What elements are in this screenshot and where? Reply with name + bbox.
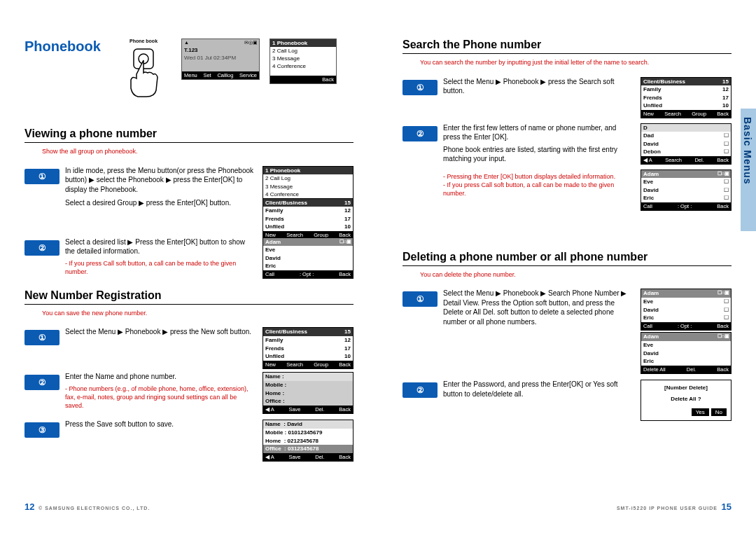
top-figures: Phone book ▲✉ ◎ ▣ T.123 Wed 01 Jul 02:34… — [115, 39, 337, 102]
step-badge-1: ① — [24, 169, 59, 184]
view-ss1b: Client/Business15 Family12 Frends17 Unfi… — [262, 198, 354, 240]
reg-ss2: Name : Mobile : Home : Office : ◀ ASaveD… — [262, 372, 354, 413]
view-step-2: ② Select a desired list ▶ Press the Ente… — [24, 237, 354, 279]
search-ss1: Client/Business15 Family12 Frends17 Unfi… — [640, 77, 732, 118]
del-ss1: Adam☐ ⌂ ▣ Eve☐ David☐ Eric☐ Call: Opt :B… — [640, 289, 732, 330]
no-button: No — [711, 408, 727, 417]
page-number-right: SMT-i5220 IP PHONE USER GUIDE 15 — [617, 501, 732, 512]
page-left: Phonebook Phone book ▲✉ ◎ ▣ T.123 Wed 01… — [0, 0, 378, 533]
search-step-2: ② Enter the first few letters of name or… — [402, 123, 732, 209]
search-ss2: D Dad☐ David☐ Debon☐ ◀ ASearchDel.Back — [640, 123, 732, 165]
hand-icon: Phone book — [115, 39, 172, 102]
del-step-1: ① Select the Menu ▶ Phonebook ▶ Search P… — [402, 289, 732, 375]
reg-step-2: ② Enter the Name and phone number. - Pho… — [24, 372, 354, 415]
reg-step-1: ① Select the Menu ▶ Phonebook ▶ press th… — [24, 327, 354, 368]
reg-heading: New Number Registration — [24, 289, 354, 305]
reg-ss1: Client/Business15 Family12 Frends17 Unfi… — [262, 327, 354, 368]
viewing-subtext: Show the all group on phonebook. — [24, 146, 354, 162]
page-number-left: 12 © SAMSUNG ELECTRONICS CO., LTD. — [24, 501, 150, 512]
search-ss3: Adam☐ ⌂ ▣ Eve☐ David☐ Eric☐ Call: Opt :B… — [640, 169, 732, 211]
view-ss1: 1 Phonebook 2 Call Log 3 Message 4 Confe… — [262, 166, 354, 200]
step-badge-2: ② — [24, 240, 59, 256]
idle-screen-figure: ▲✉ ◎ ▣ T.123 Wed 01 Jul 02:34PM MenuSetC… — [181, 39, 260, 80]
del-subtext: You can delete the phone number. — [402, 269, 732, 285]
reg-ss3: Name : David Mobile : 01012345679 Home :… — [262, 420, 354, 461]
side-tab: Basic Menus — [741, 109, 756, 231]
yes-button: Yes — [692, 408, 709, 417]
search-heading: Search the Phone number — [402, 39, 732, 54]
search-subtext: You can search the number by inputting j… — [402, 57, 732, 73]
reg-step-3: ③ Press the Save soft button to save. Na… — [24, 420, 354, 463]
viewing-heading: Viewing a phone number — [24, 127, 354, 143]
del-step-2: ② Enter the Password, and press the Ente… — [402, 380, 732, 429]
page-right: Search the Phone number You can search t… — [378, 0, 756, 533]
del-ss2: Adam☐ ⌂ ▣ Eve David Eric Delete AllDel.B… — [640, 332, 732, 373]
view-ss2: Adam☐ ⌂ ▣ Eve David Eric Call: Opt :Back — [262, 237, 354, 279]
del-heading: Deleting a phone number or all phone num… — [402, 251, 732, 266]
view-step-1: ① In idle mode, press the Menu button(or… — [24, 166, 354, 233]
reg-subtext: You can save the new phone number. — [24, 307, 354, 324]
search-step-1: ① Select the Menu ▶ Phonebook ▶ press th… — [402, 77, 732, 119]
menu-screen-figure: 1 Phonebook 2 Call Log 3 Message 4 Confe… — [270, 39, 337, 84]
del-ss3: [Number Delete] Delete All ? Yes No — [640, 380, 732, 421]
